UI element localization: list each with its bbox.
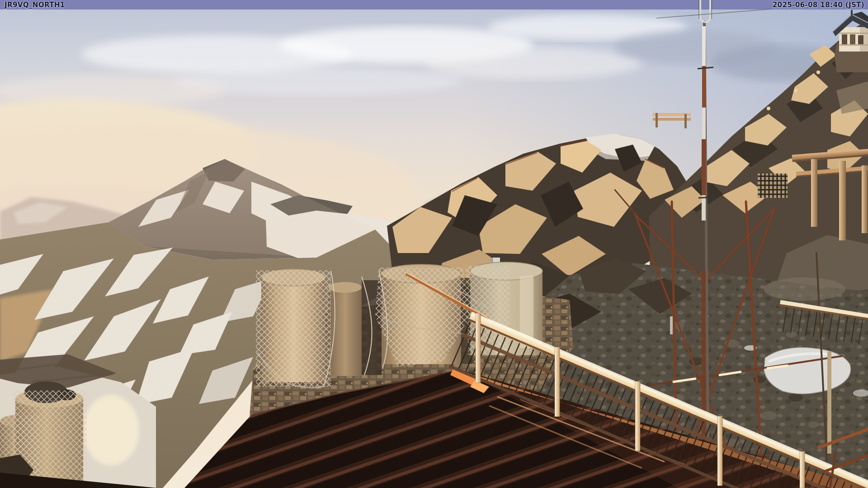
sky-top-band <box>0 0 868 9</box>
webcam-frame: JR9VQ_NORTH1 2025-06-08 18:40 (JST) <box>0 0 868 488</box>
webcam-photo <box>0 0 868 488</box>
timestamp-overlay: 2025-06-08 18:40 (JST) <box>773 0 864 9</box>
lattice-fence <box>758 174 788 198</box>
camera-id-overlay: JR9VQ_NORTH1 <box>5 0 65 9</box>
tan-pole <box>827 352 831 454</box>
